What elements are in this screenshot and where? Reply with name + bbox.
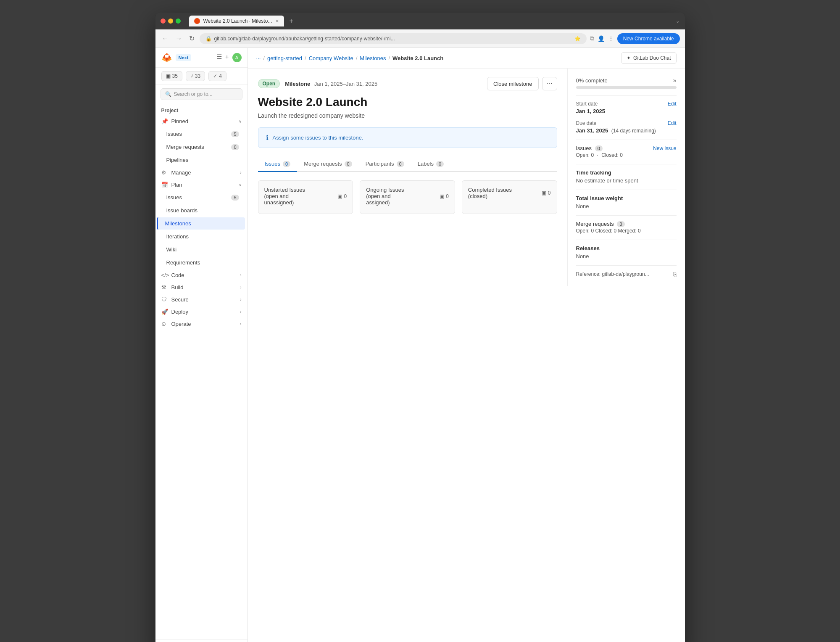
sidebar-group-pinned[interactable]: 📌 Pinned ∨ [155,115,248,127]
issues-chip-icon: ▣ [166,73,171,79]
sidebar-item-issue-boards[interactable]: Issue boards [158,204,245,217]
tab-participants[interactable]: Participants 0 [359,156,411,172]
progress-label: 0% complete » [576,77,677,84]
tab-close-btn[interactable]: ✕ [275,18,279,24]
mr-chip-icon: ⑂ [190,73,193,79]
extensions-icon[interactable]: ⧉ [590,35,594,42]
code-chevron: › [240,273,241,277]
progress-section: 0% complete » [576,77,677,89]
sidebar-item-requirements[interactable]: Requirements [158,256,245,269]
breadcrumb-sep4: / [388,55,390,61]
issue-boards-label: Issue boards [166,207,197,214]
menu-icon[interactable]: ⋮ [608,35,614,42]
refresh-button[interactable]: ↻ [187,33,196,44]
due-date-row: Due date Edit Jan 31, 2025 (14 days rema… [576,120,677,134]
secure-icon: 🛡 [161,296,168,303]
back-button[interactable]: ← [161,33,171,44]
issues-open: Open: 0 [576,152,594,158]
close-milestone-button[interactable]: Close milestone [487,77,539,90]
duo-label: GitLab Duo Chat [633,55,671,61]
search-bar[interactable]: 🔍 Search or go to... [161,88,242,100]
mr-count-chip[interactable]: ⑂ 33 [186,71,205,81]
maximize-window-btn[interactable] [176,18,181,24]
breadcrumb-company-website[interactable]: Company Website [309,55,353,61]
sidebar-item-milestones[interactable]: Milestones [157,217,245,230]
operate-chevron: › [240,322,241,326]
weight-title: Total issue weight [576,195,677,201]
sidebar-item-iterations[interactable]: Iterations [158,230,245,243]
issues-closed: Closed: 0 [601,152,623,158]
releases-title: Releases [576,245,677,251]
content-area: Open Milestone Jan 1, 2025–Jan 31, 2025 … [248,69,685,286]
gitlab-duo-chat-button[interactable]: ✦ GitLab Duo Chat [621,52,676,64]
new-issue-link[interactable]: New issue [653,145,676,151]
info-text: Assign some issues to this milestone. [273,135,363,141]
breadcrumb-dots[interactable]: ··· [256,55,261,61]
sidebar-item-wiki[interactable]: Wiki [158,243,245,256]
ongoing-copy-icon: ▣ [440,193,444,199]
sidebar-item-issues-pinned[interactable]: Issues 5 [158,128,245,140]
info-box: ℹ Assign some issues to this milestone. [258,127,557,148]
completed-count: 0 [548,190,551,196]
sidebar-item-pipelines[interactable]: Pipelines [158,154,245,166]
weight-row: Total issue weight None [576,195,677,209]
tab-issues[interactable]: Issues 0 [258,156,298,172]
mr-label-text: Merge requests [576,221,614,227]
deploy-chevron: › [240,309,241,314]
deploy-icon: 🚀 [161,309,168,315]
tab-labels-count: 0 [436,161,444,167]
issues-meta-row: Issues 0 New issue Open: 0 · Closed: 0 [576,145,677,158]
issues-count-chip[interactable]: ▣ 35 [161,71,182,81]
sidebar-group-manage[interactable]: ⚙ Manage › [155,166,248,179]
sidebar-group-secure[interactable]: 🛡 Secure › [155,293,248,306]
window-expand-icon[interactable]: ⌄ [676,18,680,24]
divider3 [576,164,677,164]
mr-chip-count: 33 [195,73,200,79]
sidebar-item-plan-issues[interactable]: Issues 5 [158,191,245,203]
sidebar-add-icon[interactable]: + [225,53,229,62]
tab-merge-requests[interactable]: Merge requests 0 [297,156,358,172]
divider5 [576,215,677,216]
issue-col-completed: Completed Issues(closed) ▣ 0 [462,180,557,214]
mr-pinned-badge: 0 [231,144,239,150]
sidebar-group-plan[interactable]: 📅 Plan ∨ [155,179,248,191]
sidebar-group-code[interactable]: </> Code › [155,269,248,281]
sidebar-group-build[interactable]: ⚒ Build › [155,281,248,293]
plan-issues-label: Issues [166,194,182,201]
issues-detail: Open: 0 · Closed: 0 [576,152,677,158]
close-window-btn[interactable] [161,18,166,24]
breadcrumb-getting-started[interactable]: getting-started [267,55,302,61]
sidebar-toggle-icon[interactable]: ☰ [216,53,222,62]
breadcrumb-milestones[interactable]: Milestones [360,55,386,61]
new-tab-button[interactable]: + [286,16,296,26]
address-input[interactable]: 🔒 gitlab.com/gitlab-da/playground/abubak… [200,33,587,44]
tab-labels-label: Labels [418,161,434,167]
pinned-chevron: ∨ [239,119,242,124]
time-tracking-row: Time tracking No estimate or time spent [576,169,677,184]
sidebar-header: Next ☰ + A [155,48,248,68]
active-tab[interactable]: Website 2.0 Launch · Milesto... ✕ [189,16,284,26]
sidebar-item-help[interactable]: ⓪ Help [155,639,248,642]
secure-label: Secure [171,296,189,303]
more-options-button[interactable]: ⋯ [542,77,557,90]
sidebar-group-operate[interactable]: ⊙ Operate › [155,318,248,330]
plan-chevron: ∨ [239,182,242,187]
pinned-label: Pinned [171,118,188,124]
todo-chip-icon: ✓ [213,73,217,79]
profile-icon[interactable]: 👤 [598,35,605,42]
due-date-edit-btn[interactable]: Edit [668,120,677,126]
minimize-window-btn[interactable] [168,18,173,24]
expand-btn[interactable]: » [673,77,677,84]
sidebar-group-deploy[interactable]: 🚀 Deploy › [155,306,248,318]
todo-count-chip[interactable]: ✓ 4 [208,71,226,81]
tab-labels[interactable]: Labels 0 [411,156,450,172]
start-date-label-row: Start date Edit [576,101,677,107]
sidebar-avatar[interactable]: A [232,53,242,62]
forward-button[interactable]: → [174,33,184,44]
sidebar-item-merge-requests-pinned[interactable]: Merge requests 0 [158,141,245,153]
manage-chevron: › [240,170,241,175]
milestone-actions: Close milestone ⋯ [487,77,557,90]
new-chrome-button[interactable]: New Chrome available [617,33,680,44]
start-date-edit-btn[interactable]: Edit [668,101,677,107]
copy-reference-btn[interactable]: ⎘ [673,271,677,277]
